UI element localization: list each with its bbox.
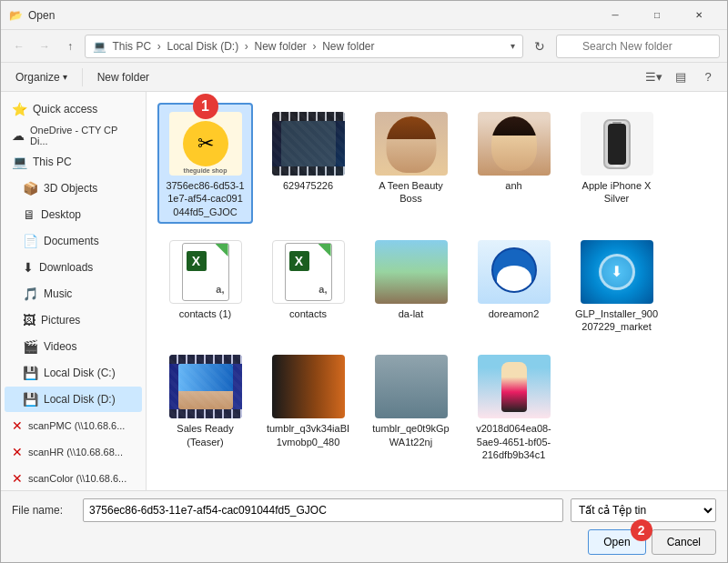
beauty-hair — [386, 116, 436, 139]
film-strip-top-sales — [169, 355, 242, 364]
file-thumb-gjoc: ✂ theguide shop — [169, 112, 242, 176]
file-area[interactable]: 1 ✂ theguide shop 3756ec86-6d53-11e7-af5… — [147, 92, 727, 490]
new-folder-button[interactable]: New folder — [90, 66, 157, 88]
file-thumb-tumblr1 — [272, 355, 345, 418]
file-item-gjoc[interactable]: ✂ theguide shop 3756ec86-6d53-11e7-af54-… — [157, 103, 253, 224]
file-item-anh[interactable]: anh — [466, 103, 561, 224]
file-name-anh: anh — [505, 179, 521, 192]
view-options-button[interactable]: ☰▾ — [642, 66, 665, 88]
back-button[interactable]: ← — [8, 35, 30, 57]
onedrive-icon: ☁ — [12, 128, 25, 143]
sidebar-item-label: scanColor (\\10.68.6... — [28, 473, 126, 484]
excel-doc2: X a, — [285, 243, 332, 301]
doraemon-head — [491, 247, 537, 293]
open-button[interactable]: 2 Open — [588, 529, 645, 555]
file-item-v2018[interactable]: v2018d064ea08-5ae9-4651-bf05-216dfb9b34c… — [466, 346, 561, 467]
breadcrumb[interactable]: 💻 This PC › Local Disk (D:) › New folder… — [85, 35, 523, 58]
quick-access-icon: ⭐ — [12, 102, 27, 116]
sidebar-item-music[interactable]: 🎵 Music — [5, 281, 142, 307]
3d-objects-icon: 📦 — [23, 181, 38, 196]
gjoc-logo-icon: ✂ — [197, 132, 214, 156]
sidebar-item-onedrive[interactable]: ☁ OneDrive - CTY CP Di... — [5, 123, 142, 148]
sidebar-item-scanpmc[interactable]: ✕ scanPMC (\\10.68.6... — [5, 413, 142, 438]
sidebar-item-this-pc[interactable]: 💻 This PC — [5, 149, 142, 175]
sidebar-item-label: scanHR (\\10.68.68... — [28, 447, 123, 457]
file-thumb-iphone — [581, 112, 653, 176]
file-name-tumblr1: tumblr_q3vk34iaBI1vmobp0_480 — [266, 422, 350, 448]
help-button[interactable]: ? — [696, 66, 720, 88]
action-row: 2 Open Cancel — [12, 529, 716, 555]
sidebar-item-quick-access[interactable]: ⭐ Quick access — [5, 96, 142, 122]
sidebar-item-scanhr[interactable]: ✕ scanHR (\\10.68.68... — [5, 439, 142, 465]
sidebar-item-scancolor[interactable]: ✕ scanColor (\\10.68.6... — [5, 466, 142, 490]
refresh-button[interactable]: ↻ — [527, 35, 552, 58]
up-button[interactable]: ↑ — [59, 35, 81, 57]
sales-bg — [178, 364, 233, 391]
file-thumb-tumblr2 — [375, 355, 448, 418]
sidebar-item-documents[interactable]: 📄 Documents — [5, 228, 142, 254]
file-item-tumblr1[interactable]: tumblr_q3vk34iaBI1vmobp0_480 — [260, 346, 356, 467]
sidebar-item-3d-objects[interactable]: 📦 3D Objects — [5, 176, 142, 201]
sidebar: ⭐ Quick access ☁ OneDrive - CTY CP Di...… — [1, 92, 147, 490]
sidebar-item-label: 3D Objects — [44, 182, 97, 195]
minimize-button[interactable]: ─ — [594, 1, 636, 30]
file-item-beauty[interactable]: A Teen Beauty Boss — [363, 103, 459, 224]
iphone-notch — [612, 122, 622, 124]
close-button[interactable]: ✕ — [678, 1, 720, 30]
sidebar-item-label: Local Disk (C:) — [44, 367, 116, 379]
sidebar-item-videos[interactable]: 🎬 Videos — [5, 334, 142, 359]
file-name-contacts: contacts — [289, 307, 327, 320]
file-name-tumblr2: tumblr_qe0t9kGpWA1t22nj — [369, 422, 453, 448]
organize-label: Organize — [15, 71, 60, 84]
file-item-iphone[interactable]: Apple iPhone X Silver — [569, 103, 664, 224]
file-name-sales: Sales Ready (Teaser) — [163, 422, 248, 448]
file-item-dalat[interactable]: da-lat — [363, 231, 459, 339]
file-name-contacts1: contacts (1) — [179, 307, 231, 320]
window-controls: ─ □ ✕ — [594, 1, 720, 30]
file-item-sales[interactable]: Sales Ready (Teaser) — [157, 346, 253, 467]
anh-hair — [491, 116, 537, 136]
file-item-contacts[interactable]: X a, contacts — [260, 231, 356, 339]
main-area: ⭐ Quick access ☁ OneDrive - CTY CP Di...… — [1, 92, 727, 490]
file-thumb-doraemon — [478, 240, 551, 304]
local-disk-c-icon: 💾 — [23, 366, 38, 380]
sidebar-item-local-disk-c[interactable]: 💾 Local Disk (C:) — [5, 360, 142, 386]
preview-pane-button[interactable]: ▤ — [669, 66, 693, 88]
file-item-doraemon[interactable]: doreamon2 — [466, 231, 561, 339]
excel-corner2 — [318, 244, 331, 256]
breadcrumb-text: 💻 This PC › Local Disk (D:) › New folder… — [93, 40, 375, 53]
anh-portrait — [491, 116, 537, 171]
this-pc-icon: 💻 — [12, 155, 27, 169]
excel-a: a, — [216, 284, 224, 295]
filename-input[interactable] — [83, 498, 563, 522]
doraemon-face-white — [497, 266, 531, 291]
search-input[interactable] — [556, 35, 720, 58]
organize-chevron: ▾ — [63, 72, 67, 82]
file-item-wrapper-gjoc: 1 ✂ theguide shop 3756ec86-6d53-11e7-af5… — [157, 103, 253, 224]
documents-icon: 📄 — [23, 234, 38, 248]
file-item-629[interactable]: 629475226 — [260, 103, 356, 224]
organize-button[interactable]: Organize ▾ — [8, 66, 75, 88]
forward-button[interactable]: → — [34, 35, 56, 57]
sidebar-item-downloads[interactable]: ⬇ Downloads — [5, 255, 142, 280]
film-strip-top — [272, 112, 345, 121]
sidebar-item-desktop[interactable]: 🖥 Desktop — [5, 202, 142, 227]
sidebar-item-local-disk-d[interactable]: 💾 Local Disk (D:) — [5, 387, 142, 412]
file-name-doraemon: doreamon2 — [489, 307, 540, 320]
desktop-icon: 🖥 — [23, 207, 35, 222]
file-item-glp[interactable]: ⬇ GLP_Installer_900207229_market — [569, 231, 664, 339]
cancel-label: Cancel — [667, 536, 701, 548]
sidebar-item-pictures[interactable]: 🖼 Pictures — [5, 307, 142, 333]
excel-x: X — [187, 251, 207, 271]
filetype-select[interactable]: Tất cả Tệp tin — [571, 498, 716, 522]
iphone-screen — [608, 124, 626, 165]
video-content — [281, 121, 336, 166]
sidebar-item-label: Videos — [44, 340, 76, 353]
file-name-iphone: Apple iPhone X Silver — [574, 179, 659, 206]
file-item-tumblr2[interactable]: tumblr_qe0t9kGpWA1t22nj — [363, 346, 459, 467]
maximize-button[interactable]: □ — [636, 1, 678, 30]
file-item-contacts1[interactable]: X a, contacts (1) — [157, 231, 253, 339]
file-name-glp: GLP_Installer_900207229_market — [574, 307, 659, 334]
cancel-button[interactable]: Cancel — [652, 529, 716, 555]
file-thumb-dalat — [375, 240, 448, 304]
